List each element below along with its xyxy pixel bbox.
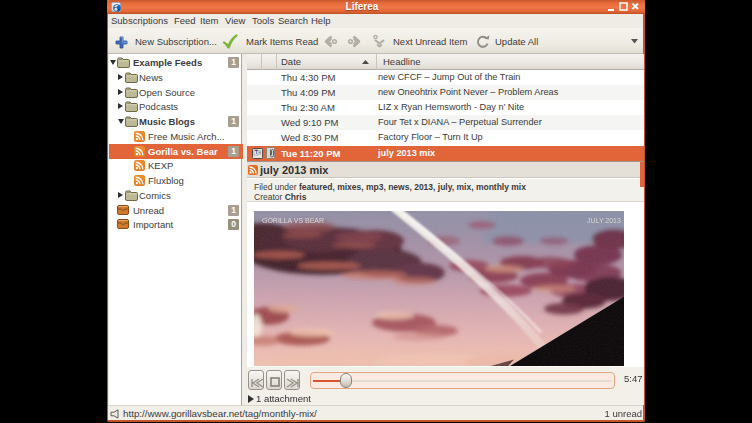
svg-text:JULY 2013: JULY 2013 <box>587 217 621 224</box>
svg-text:GORILLA VS BEAR: GORILLA VS BEAR <box>262 217 324 224</box>
svg-text:T: T <box>255 149 258 155</box>
